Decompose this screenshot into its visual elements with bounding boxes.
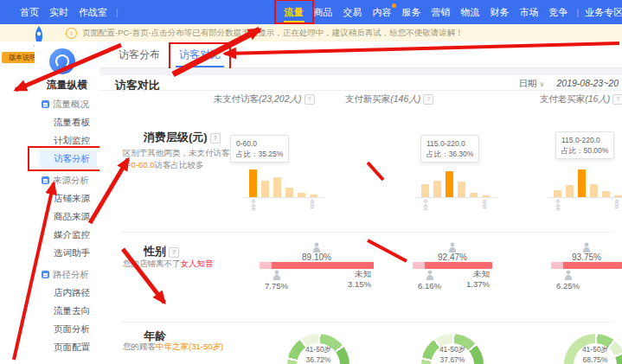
column-label: 支付老买家 — [540, 93, 586, 104]
active-underline — [284, 21, 305, 23]
column-label: 支付新买家 — [345, 93, 391, 104]
nav-item-作战室[interactable]: 作战室 — [76, 0, 110, 24]
male-percent: 7.75% — [265, 281, 288, 291]
help-icon[interactable]: ? — [210, 133, 221, 144]
column-count: (146人) — [390, 93, 420, 104]
row-desc-consume: 区别于其他两类，未支付访客中0-60.0访客占比较多 — [123, 147, 234, 171]
male-segment — [260, 262, 272, 269]
sidebar-title: 流量纵横 — [35, 78, 99, 93]
sycm-dashboard: 首页实时作战室|流量商品交易内容服务营销物流财务市场竞争|业务专区|取数学院 i… — [0, 0, 622, 364]
help-icon[interactable]: ? — [169, 247, 179, 258]
nav-item-交易[interactable]: 交易 — [341, 0, 365, 24]
sidebar-item-计划监控[interactable]: 计划监控 — [40, 131, 97, 150]
sidebar-item-label: 商品来源 — [54, 211, 90, 221]
sidebar-item-label: 页面分析 — [54, 323, 90, 334]
nav-item-商品[interactable]: 商品 — [311, 0, 336, 24]
bar — [458, 182, 465, 197]
sidebar-item-label: 流量去向 — [54, 305, 90, 316]
nav-item-实时[interactable]: 实时 — [47, 0, 71, 24]
donut-center-label: 41-50岁 — [287, 345, 349, 355]
notice-bar: i 页面配置-PC-首页-点击分布等已有部分数据无法显示，正在处理中，建议稍后再… — [0, 24, 622, 42]
nav-item-服务[interactable]: 服务 — [400, 0, 424, 24]
male-percent: 6.16% — [418, 281, 441, 291]
person-icon — [425, 270, 435, 281]
donut-center-label: 41-50岁 — [564, 345, 622, 355]
tooltip-percent: 占比：50.00% — [561, 145, 608, 156]
nav-item-流量[interactable]: 流量 — [282, 0, 306, 24]
gender-icon — [121, 242, 138, 259]
sidebar-item-label: 店内路径 — [54, 287, 90, 297]
chevron-down-icon: ∨ — [540, 80, 545, 88]
bar — [249, 169, 257, 197]
sidebar-item-label: 店铺来源 — [54, 193, 90, 203]
date-value: 2019-08-23~20 — [556, 78, 619, 88]
nav-item-物流[interactable]: 物流 — [458, 0, 483, 24]
sidebar-item-label: 选词助手 — [54, 247, 90, 258]
sidebar-item-路径分析[interactable]: 路径分析 — [40, 265, 97, 284]
top-nav: 首页实时作战室|流量商品交易内容服务营销物流财务市场竞争|业务专区|取数学院 — [0, 0, 622, 24]
nav-item-市场[interactable]: 市场 — [517, 0, 542, 24]
sidebar-item-来源分析[interactable]: 来源分析 — [40, 171, 97, 189]
donut-center-percent: 68.75% — [564, 355, 622, 364]
female-segment — [563, 262, 622, 269]
sidebar-item-label: 来源分析 — [53, 175, 89, 185]
sidebar-item-label: 流量概况 — [53, 99, 89, 109]
axis-tick-label: 0-60 — [251, 200, 256, 210]
column-label: 未支付访客 — [213, 93, 259, 104]
sidebar-item-label: 媒介监控 — [54, 229, 90, 239]
notice-text: 页面配置-PC-首页-点击分布等已有部分数据无法显示，正在处理中，建议稍后再试，… — [82, 28, 464, 39]
sidebar-item-label: 计划监控 — [54, 135, 90, 145]
axis-tick-label: 600 — [614, 200, 619, 208]
axis-tick-label: 600 — [310, 200, 315, 208]
nav-item-首页[interactable]: 首页 — [17, 0, 42, 24]
sidebar-item-页面配置[interactable]: 页面配置 — [40, 338, 97, 356]
help-icon[interactable]: ? — [612, 94, 622, 105]
bar — [446, 171, 453, 197]
divider — [121, 232, 614, 233]
axis-tick-label: 0-60 — [423, 200, 428, 210]
row-title-consume: 消费层级(元)? — [144, 130, 221, 145]
axis-tick-label: 600 — [482, 200, 487, 208]
bar — [566, 185, 574, 197]
category-icon — [42, 176, 49, 184]
female-percent: 89.10% — [286, 252, 347, 262]
date-picker[interactable]: 日期∨2019-08-23~20 — [519, 78, 619, 90]
sidebar-item-访客分析[interactable]: 访客分析 — [40, 150, 97, 168]
gender-bar — [551, 262, 622, 269]
nav-item-业务专区[interactable]: 业务专区 — [582, 0, 622, 24]
sidebar: 流量纵横 流量概况流量看板计划监控访客分析来源分析店铺来源商品来源媒介监控选词助… — [35, 42, 100, 364]
sidebar-item-商品来源[interactable]: 商品来源 — [40, 208, 97, 226]
chart-tooltip: 115.0-220.0占比：50.00% — [555, 131, 614, 159]
sidebar-item-选词助手[interactable]: 选词助手 — [40, 244, 97, 262]
nav-item-竞争[interactable]: 竞争 — [547, 0, 571, 24]
gender-bar — [260, 262, 374, 269]
nav-item-财务[interactable]: 财务 — [488, 0, 512, 24]
tab-访客分布[interactable]: 访客分布 — [119, 42, 160, 67]
notification-dot — [392, 3, 396, 8]
sidebar-item-label: 流量看板 — [54, 117, 90, 127]
bar — [261, 181, 269, 197]
sidebar-item-店铺来源[interactable]: 店铺来源 — [40, 189, 97, 208]
category-icon — [42, 100, 49, 108]
divider — [99, 90, 622, 91]
tooltip-range: 115.0-220.0 — [561, 135, 608, 145]
x-axis — [244, 197, 325, 198]
nav-item-内容[interactable]: 内容 — [370, 0, 394, 24]
donut-center-percent: 37.67% — [421, 355, 484, 364]
sidebar-item-label: 访客分析 — [54, 153, 90, 163]
sidebar-item-流量概况[interactable]: 流量概况 — [40, 95, 97, 113]
sidebar-item-媒介监控[interactable]: 媒介监控 — [40, 226, 97, 244]
bar — [590, 184, 598, 197]
male-segment — [413, 262, 425, 269]
help-icon[interactable]: ? — [423, 94, 433, 105]
sidebar-item-店内路径[interactable]: 店内路径 — [40, 284, 97, 302]
tab-访客对比[interactable]: 访客对比 — [179, 42, 221, 67]
sidebar-item-流量看板[interactable]: 流量看板 — [40, 113, 97, 131]
male-percent: 6.25% — [556, 281, 580, 291]
sidebar-item-页面分析[interactable]: 页面分析 — [40, 320, 97, 338]
female-segment — [272, 262, 374, 269]
bar — [578, 169, 586, 197]
unknown-percent: 3.15% — [348, 279, 371, 289]
nav-item-营销[interactable]: 营销 — [429, 0, 453, 24]
sidebar-item-流量去向[interactable]: 流量去向 — [40, 302, 97, 320]
